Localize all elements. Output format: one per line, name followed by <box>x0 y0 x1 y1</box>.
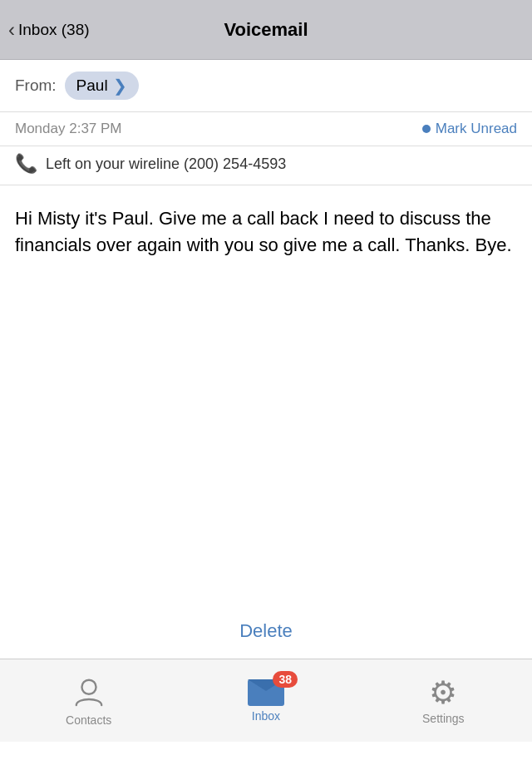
phone-icon: 📞 <box>15 153 37 175</box>
back-button[interactable]: ‹ Inbox (38) <box>8 18 90 42</box>
contact-chip[interactable]: Paul ❯ <box>65 72 139 100</box>
delete-area: Delete <box>0 604 532 659</box>
mark-unread-button[interactable]: Mark Unread <box>422 121 517 137</box>
contacts-icon <box>73 675 105 710</box>
inbox-tab-label: Inbox <box>252 709 280 723</box>
message-text: Hi Misty it's Paul. Give me a call back … <box>15 208 512 255</box>
inbox-badge: 38 <box>273 671 298 688</box>
unread-dot-icon <box>422 125 431 133</box>
delete-button[interactable]: Delete <box>239 620 293 642</box>
inbox-icon: 38 <box>248 679 284 706</box>
tab-settings[interactable]: ⚙ Settings <box>356 677 531 725</box>
message-body: Hi Misty it's Paul. Give me a call back … <box>0 185 532 279</box>
contacts-tab-label: Contacts <box>66 713 111 727</box>
settings-tab-label: Settings <box>422 712 465 725</box>
tab-inbox[interactable]: 38 Inbox <box>178 679 353 723</box>
tab-contacts[interactable]: Contacts <box>1 675 176 727</box>
meta-row: Monday 2:37 PM Mark Unread <box>0 112 532 146</box>
message-date: Monday 2:37 PM <box>15 121 122 137</box>
page-title: Voicemail <box>224 19 308 41</box>
back-label: Inbox (38) <box>18 21 90 39</box>
chevron-left-icon: ‹ <box>8 18 15 42</box>
contact-arrow-icon: ❯ <box>113 76 127 96</box>
from-row: From: Paul ❯ <box>0 60 532 112</box>
wireline-text: Left on your wireline (200) 254-4593 <box>46 155 286 173</box>
settings-icon: ⚙ <box>429 677 457 708</box>
contact-name: Paul <box>76 76 108 95</box>
gear-icon: ⚙ <box>429 675 457 710</box>
header: ‹ Inbox (38) Voicemail <box>0 0 532 60</box>
mark-unread-label: Mark Unread <box>436 121 517 137</box>
svg-point-0 <box>81 679 96 693</box>
wireline-row: 📞 Left on your wireline (200) 254-4593 <box>0 146 532 185</box>
main-content: From: Paul ❯ Monday 2:37 PM Mark Unread … <box>0 60 532 742</box>
from-label: From: <box>15 76 57 95</box>
tab-bar: Contacts 38 Inbox ⚙ Settings <box>0 659 532 742</box>
